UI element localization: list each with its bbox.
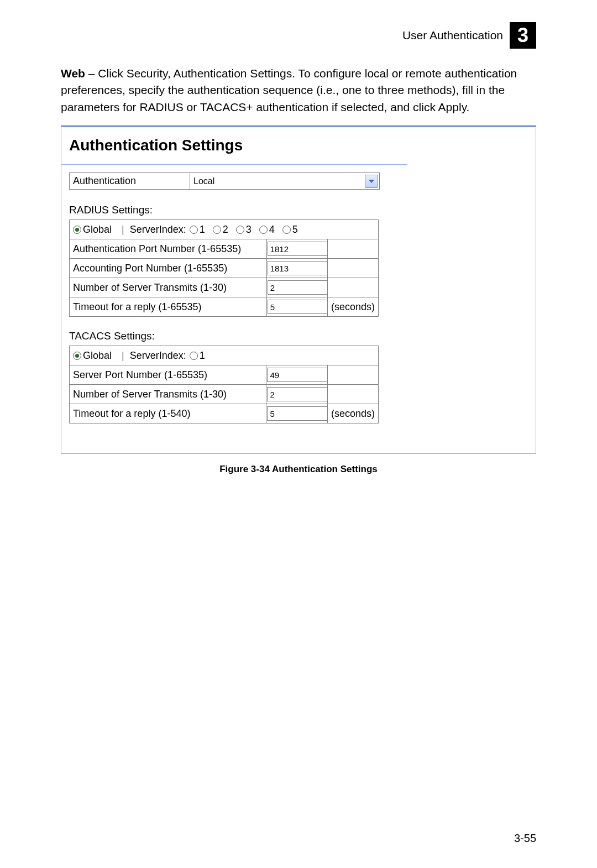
table-row: Number of Server Transmits (1-30) (70, 278, 379, 297)
radio-dot-icon (213, 226, 221, 234)
intro-lead: Web (61, 67, 85, 80)
document-page: User Authentication 3 Web – Click Securi… (0, 0, 597, 868)
tacacs-transmits-input[interactable] (267, 387, 328, 401)
radius-serverindex-5[interactable]: 5 (282, 224, 298, 236)
radius-acct-port-label: Accounting Port Number (1-65535) (70, 259, 267, 278)
intro-paragraph: Web – Click Security, Authentication Set… (61, 65, 536, 116)
radius-timeout-label: Timeout for a reply (1-65535) (70, 297, 267, 317)
table-row: Timeout for a reply (1-540) (seconds) (70, 404, 379, 423)
tacacs-transmits-label: Number of Server Transmits (1-30) (70, 385, 266, 404)
page-number: 3-55 (514, 832, 536, 845)
table-row: Server Port Number (1-65535) (70, 365, 379, 385)
chapter-number-badge: 3 (510, 22, 536, 49)
radio-dot-icon (282, 226, 291, 234)
page-header: User Authentication 3 (61, 22, 536, 49)
unit-seconds: (seconds) (327, 297, 378, 317)
tacacs-port-label: Server Port Number (1-65535) (70, 365, 266, 385)
tacacs-port-input[interactable] (267, 368, 328, 382)
unit-cell (327, 239, 378, 259)
tacacs-global-radio[interactable]: Global (73, 350, 112, 362)
tacacs-global-label: Global (83, 350, 112, 362)
radius-serverindex-row: Global | ServerIndex: 1 2 3 4 5 (70, 220, 379, 239)
intro-text: – Click Security, Authentication Setting… (61, 67, 517, 113)
radius-serverindex-label: ServerIndex: (130, 224, 186, 236)
radius-global-label: Global (83, 224, 112, 236)
radius-timeout-input[interactable] (268, 300, 328, 314)
radius-table: Global | ServerIndex: 1 2 3 4 5 Aut (69, 219, 379, 317)
radio-dot-icon (190, 226, 198, 234)
radius-global-radio[interactable]: Global (73, 224, 112, 236)
unit-seconds: (seconds) (327, 404, 378, 423)
table-row: Authentication Port Number (1-65535) (70, 239, 379, 259)
radius-transmits-label: Number of Server Transmits (1-30) (70, 278, 267, 297)
divider (61, 164, 407, 165)
chevron-down-icon[interactable] (365, 175, 378, 188)
authentication-row: Authentication Local (69, 172, 380, 190)
radio-dot-icon (190, 352, 198, 360)
table-row: Accounting Port Number (1-65535) (70, 259, 379, 278)
radio-dot-icon (73, 352, 81, 360)
radius-heading: RADIUS Settings: (69, 204, 400, 216)
panel-title: Authentication Settings (69, 137, 400, 154)
radius-serverindex-1[interactable]: 1 (190, 224, 205, 236)
separator-icon: | (122, 224, 124, 236)
tacacs-timeout-label: Timeout for a reply (1-540) (70, 404, 266, 423)
radius-serverindex-4[interactable]: 4 (259, 224, 275, 236)
authentication-dropdown[interactable]: Local (190, 174, 379, 189)
figure-caption: Figure 3-34 Authentication Settings (61, 464, 536, 475)
unit-cell (327, 259, 378, 278)
unit-cell (327, 385, 378, 404)
radio-dot-icon (259, 226, 268, 234)
unit-cell (327, 365, 378, 385)
section-title: User Authentication (402, 29, 503, 42)
separator-icon: | (122, 350, 124, 362)
radius-serverindex-3[interactable]: 3 (236, 224, 252, 236)
tacacs-timeout-input[interactable] (267, 406, 328, 421)
tacacs-table: Global | ServerIndex: 1 Server Port Numb… (69, 346, 379, 423)
radius-acct-port-input[interactable] (268, 261, 328, 275)
table-row: Number of Server Transmits (1-30) (70, 385, 379, 404)
tacacs-serverindex-1[interactable]: 1 (190, 350, 205, 362)
unit-cell (327, 278, 378, 297)
settings-panel: Authentication Settings Authentication L… (61, 126, 536, 454)
radius-auth-port-label: Authentication Port Number (1-65535) (70, 239, 267, 259)
tacacs-serverindex-label: ServerIndex: (130, 350, 186, 362)
tacacs-serverindex-row: Global | ServerIndex: 1 (70, 346, 379, 365)
radius-serverindex-2[interactable]: 2 (213, 224, 228, 236)
radio-dot-icon (236, 226, 244, 234)
authentication-label: Authentication (70, 173, 190, 189)
radius-transmits-input[interactable] (268, 280, 328, 295)
radius-auth-port-input[interactable] (268, 242, 328, 256)
authentication-dropdown-value: Local (190, 175, 365, 187)
radio-dot-icon (73, 226, 81, 234)
tacacs-heading: TACACS Settings: (69, 330, 400, 342)
table-row: Timeout for a reply (1-65535) (seconds) (70, 297, 379, 317)
